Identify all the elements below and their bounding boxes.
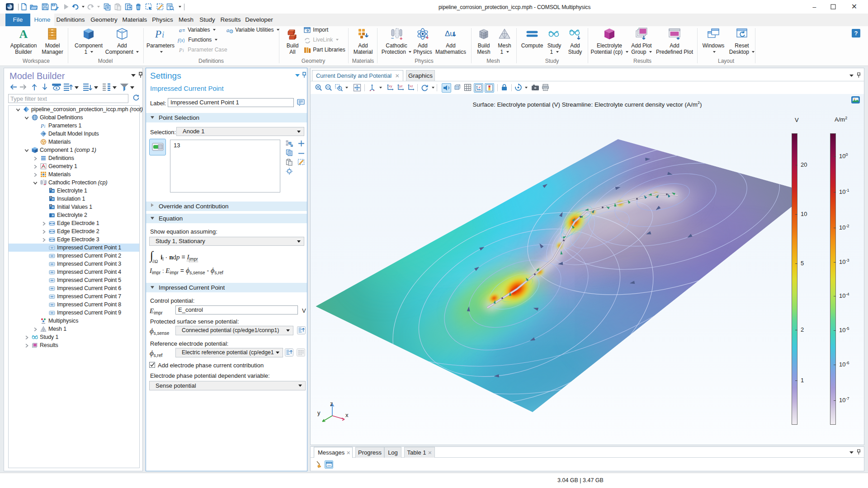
svg-text:i: i [44, 124, 46, 129]
svg-text:a: a [179, 27, 182, 33]
svg-text:+: + [426, 35, 429, 40]
svg-text:D: D [50, 188, 52, 191]
svg-text:+: + [44, 183, 46, 186]
svg-text:=: = [182, 28, 185, 33]
svg-text:D: D [50, 204, 52, 207]
svg-text:(x): (x) [179, 38, 185, 43]
svg-text:A: A [19, 28, 28, 41]
svg-text:i: i [183, 48, 184, 53]
svg-text:yz: yz [399, 84, 403, 88]
svg-text:P: P [179, 47, 183, 53]
svg-text:a: a [226, 27, 229, 33]
svg-text:+: + [400, 36, 402, 41]
svg-text:Δu: Δu [445, 29, 454, 38]
svg-text:xz: xz [410, 84, 413, 88]
svg-text:xy: xy [389, 84, 392, 88]
svg-text:P: P [155, 28, 161, 40]
svg-text:i: i [162, 30, 164, 39]
svg-text:D: D [50, 196, 52, 199]
svg-text:–: – [391, 35, 394, 41]
